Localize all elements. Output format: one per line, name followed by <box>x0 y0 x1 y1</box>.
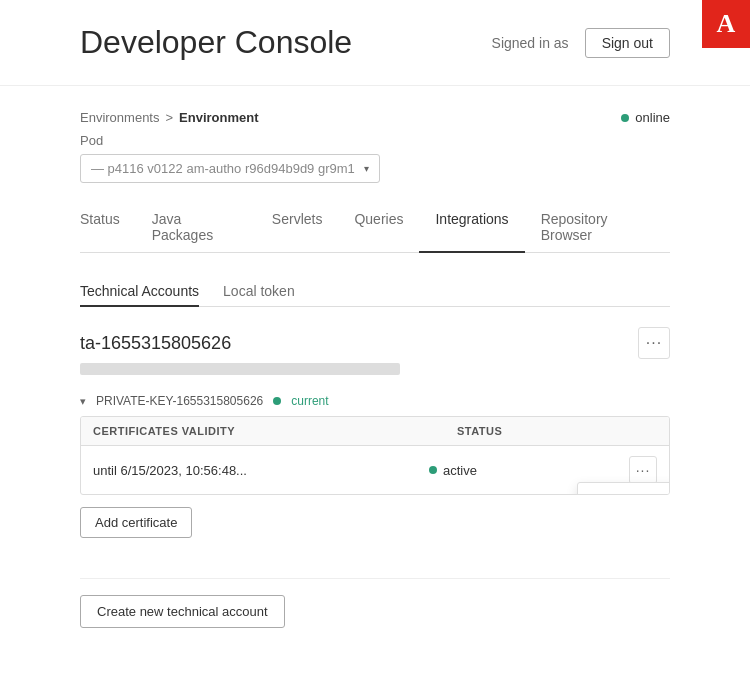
pod-value: — p4116 v0122 am-autho r96d94b9d9 gr9m1 <box>91 161 355 176</box>
expand-icon[interactable]: ▾ <box>80 395 86 408</box>
breadcrumb-current: Environment <box>179 110 258 125</box>
col-validity-header: CERTIFICATES VALIDITY <box>93 425 457 437</box>
certificates-table: CERTIFICATES VALIDITY STATUS until 6/15/… <box>80 416 670 495</box>
divider <box>80 578 670 579</box>
tab-repository-browser[interactable]: Repository Browser <box>525 203 670 253</box>
account-id: ta-1655315805626 <box>80 333 638 354</box>
create-technical-account-button[interactable]: Create new technical account <box>80 595 285 628</box>
header: Developer Console Signed in as Sign out <box>0 0 750 86</box>
cert-row-container: until 6/15/2023, 10:56:48... active ··· … <box>81 446 669 494</box>
status-label: online <box>635 110 670 125</box>
sign-out-button[interactable]: Sign out <box>585 28 670 58</box>
current-badge: current <box>291 394 328 408</box>
sub-tab-technical-accounts[interactable]: Technical Accounts <box>80 277 199 307</box>
sub-tabs: Technical Accounts Local token <box>80 277 670 307</box>
private-key-label: PRIVATE-KEY-1655315805626 <box>96 394 263 408</box>
breadcrumb-environments[interactable]: Environments <box>80 110 159 125</box>
tab-integrations[interactable]: Integrations <box>419 203 524 253</box>
add-certificate-button[interactable]: Add certificate <box>80 507 192 538</box>
menu-item-view[interactable]: View <box>578 483 670 495</box>
sub-tab-local-token[interactable]: Local token <box>223 277 295 307</box>
page-title: Developer Console <box>80 24 492 61</box>
account-email <box>80 363 670 378</box>
chevron-down-icon: ▾ <box>364 163 369 174</box>
tab-java-packages[interactable]: Java Packages <box>136 203 256 253</box>
cert-table-header: CERTIFICATES VALIDITY STATUS <box>81 417 669 446</box>
account-header: ta-1655315805626 ··· <box>80 327 670 359</box>
breadcrumb: Environments > Environment online <box>80 110 670 125</box>
tab-status[interactable]: Status <box>80 203 136 253</box>
tab-queries[interactable]: Queries <box>338 203 419 253</box>
status-dot <box>621 114 629 122</box>
cert-more-button[interactable]: ··· <box>629 456 657 484</box>
status-text: active <box>443 463 477 478</box>
environment-status: online <box>621 110 670 125</box>
cert-validity: until 6/15/2023, 10:56:48... <box>93 463 429 478</box>
breadcrumb-separator: > <box>165 110 173 125</box>
main-tabs: Status Java Packages Servlets Queries In… <box>80 203 670 253</box>
adobe-logo: A <box>702 0 750 48</box>
account-more-button[interactable]: ··· <box>638 327 670 359</box>
cert-status: active <box>429 463 629 478</box>
private-key-row: ▾ PRIVATE-KEY-1655315805626 current <box>80 394 670 408</box>
private-key-dot <box>273 397 281 405</box>
col-status-header: STATUS <box>457 425 657 437</box>
signed-in-label: Signed in as <box>492 35 569 51</box>
email-blurred <box>80 363 400 375</box>
main-content: Environments > Environment online Pod — … <box>0 86 750 652</box>
active-dot <box>429 466 437 474</box>
dropdown-menu: View Revoke Delete <box>577 482 670 495</box>
pod-label: Pod <box>80 133 670 148</box>
pod-selector[interactable]: — p4116 v0122 am-autho r96d94b9d9 gr9m1 … <box>80 154 380 183</box>
tab-servlets[interactable]: Servlets <box>256 203 339 253</box>
